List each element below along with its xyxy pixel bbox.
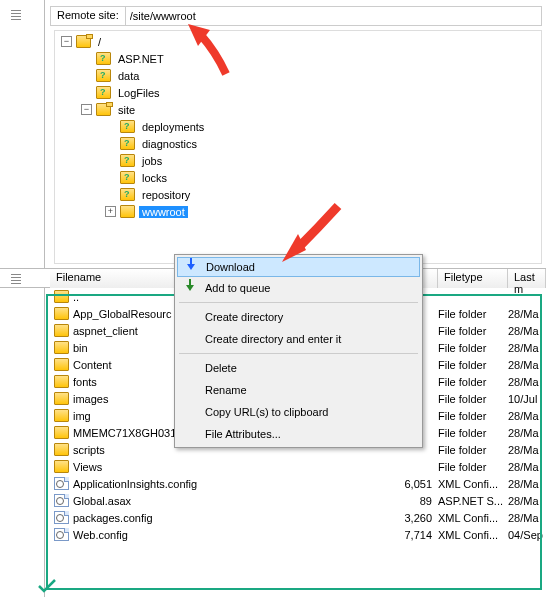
menu-label: Rename [205, 384, 247, 396]
file-type: XML Confi... [438, 529, 508, 541]
tree-label: diagnostics [139, 138, 200, 150]
file-type: ASP.NET S... [438, 495, 508, 507]
menu-create-directory[interactable]: Create directory [177, 306, 420, 328]
file-icon [54, 511, 69, 524]
drag-handle-icon[interactable] [11, 8, 21, 22]
folder-icon [76, 35, 91, 48]
folder-icon: ? [120, 137, 135, 150]
file-type: XML Confi... [438, 478, 508, 490]
menu-create-directory-enter[interactable]: Create directory and enter it [177, 328, 420, 350]
file-type: File folder [438, 325, 508, 337]
file-lastmod: 28/Ma [508, 359, 546, 371]
tree-item[interactable]: ?data [57, 67, 539, 84]
folder-icon [54, 307, 69, 320]
file-lastmod: 10/Jul [508, 393, 546, 405]
file-name: ApplicationInsights.config [73, 478, 393, 490]
file-row[interactable]: ApplicationInsights.config6,051XML Confi… [50, 475, 546, 492]
expand-icon[interactable]: + [105, 206, 116, 217]
file-lastmod: 28/Ma [508, 461, 546, 473]
col-lastmod[interactable]: Last m [508, 269, 546, 288]
menu-separator [179, 353, 418, 354]
file-row[interactable]: packages.config3,260XML Confi...28/Ma [50, 509, 546, 526]
menu-file-attributes[interactable]: File Attributes... [177, 423, 420, 445]
file-type: XML Confi... [438, 512, 508, 524]
folder-icon [54, 358, 69, 371]
menu-label: Delete [205, 362, 237, 374]
tree-item[interactable]: ?ASP.NET [57, 50, 539, 67]
folder-icon: ? [120, 171, 135, 184]
remote-site-input[interactable] [126, 6, 542, 26]
file-type: File folder [438, 359, 508, 371]
left-splitter-pane [0, 0, 45, 597]
tree-item[interactable]: ?locks [57, 169, 539, 186]
tree-item[interactable]: −site [57, 101, 539, 118]
file-name: Views [73, 461, 393, 473]
file-size: 3,260 [393, 512, 438, 524]
folder-icon [120, 205, 135, 218]
file-name: Web.config [73, 529, 393, 541]
remote-tree-pane: − / ?ASP.NET?data?LogFiles−site?deployme… [54, 30, 542, 264]
folder-icon [54, 324, 69, 337]
file-lastmod: 28/Ma [508, 325, 546, 337]
file-name: packages.config [73, 512, 393, 524]
folder-icon [54, 392, 69, 405]
file-lastmod: 28/Ma [508, 342, 546, 354]
col-filetype[interactable]: Filetype [438, 269, 508, 288]
folder-icon: ? [96, 69, 111, 82]
menu-label: Download [206, 261, 255, 273]
tree-label: ASP.NET [115, 53, 167, 65]
file-row[interactable]: ViewsFile folder28/Ma [50, 458, 546, 475]
tree-label: LogFiles [115, 87, 163, 99]
menu-label: Copy URL(s) to clipboard [205, 406, 329, 418]
folder-icon [54, 409, 69, 422]
file-lastmod: 28/Ma [508, 427, 546, 439]
folder-icon: ? [120, 188, 135, 201]
file-type: File folder [438, 461, 508, 473]
folder-icon [54, 290, 69, 303]
folder-icon [54, 460, 69, 473]
menu-rename[interactable]: Rename [177, 379, 420, 401]
tree-label: / [95, 36, 104, 48]
file-lastmod: 28/Ma [508, 376, 546, 388]
file-type: File folder [438, 308, 508, 320]
remote-site-label: Remote site: [50, 6, 126, 26]
folder-icon: ? [96, 52, 111, 65]
file-lastmod: 28/Ma [508, 478, 546, 490]
download-arrow-icon [182, 259, 200, 275]
tree-root[interactable]: − / [57, 33, 539, 50]
menu-add-to-queue[interactable]: Add to queue [177, 277, 420, 299]
file-name: Global.asax [73, 495, 393, 507]
tree-label: site [115, 104, 138, 116]
drag-handle-icon[interactable] [11, 272, 21, 286]
file-type: File folder [438, 376, 508, 388]
folder-icon [54, 443, 69, 456]
file-type: File folder [438, 342, 508, 354]
tree-item[interactable]: +wwwroot [57, 203, 539, 220]
tree-item[interactable]: ?diagnostics [57, 135, 539, 152]
tree-item[interactable]: ?deployments [57, 118, 539, 135]
tree-label: deployments [139, 121, 207, 133]
file-size: 6,051 [393, 478, 438, 490]
collapse-icon[interactable]: − [61, 36, 72, 47]
menu-copy-url[interactable]: Copy URL(s) to clipboard [177, 401, 420, 423]
tree-item[interactable]: ?LogFiles [57, 84, 539, 101]
file-lastmod: 28/Ma [508, 512, 546, 524]
file-row[interactable]: Web.config7,714XML Confi...04/Sep [50, 526, 546, 543]
file-type: File folder [438, 444, 508, 456]
menu-delete[interactable]: Delete [177, 357, 420, 379]
menu-separator [179, 302, 418, 303]
folder-icon: ? [96, 86, 111, 99]
folder-icon: ? [120, 120, 135, 133]
file-lastmod: 04/Sep [508, 529, 546, 541]
collapse-icon[interactable]: − [81, 104, 92, 115]
folder-icon [54, 426, 69, 439]
tree-label: data [115, 70, 142, 82]
file-lastmod: 28/Ma [508, 444, 546, 456]
menu-label: Create directory and enter it [205, 333, 341, 345]
tree-item[interactable]: ?repository [57, 186, 539, 203]
file-row[interactable]: Global.asax89ASP.NET S...28/Ma [50, 492, 546, 509]
file-type: File folder [438, 427, 508, 439]
menu-download[interactable]: Download [177, 257, 420, 277]
tree-item[interactable]: ?jobs [57, 152, 539, 169]
menu-label: Add to queue [205, 282, 270, 294]
